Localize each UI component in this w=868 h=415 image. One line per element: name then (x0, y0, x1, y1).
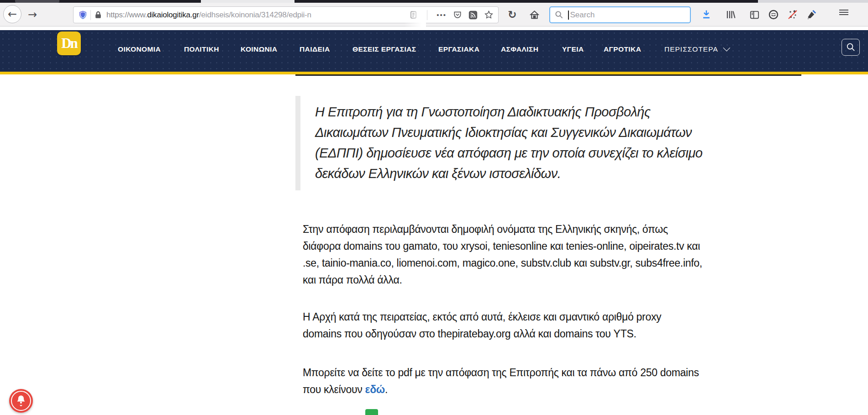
nav-item-ygeia[interactable]: ΥΓΕΙΑ (562, 45, 584, 53)
lock-icon[interactable] (94, 11, 103, 20)
url-scheme: https://www. (106, 11, 147, 19)
url-fade (404, 11, 426, 26)
edo-link[interactable]: εδώ (365, 383, 385, 395)
library-button[interactable] (722, 7, 739, 22)
search-box[interactable] (549, 6, 691, 23)
notification-bell-button[interactable] (9, 389, 33, 413)
chevron-down-icon (723, 44, 730, 52)
nav-search-button[interactable] (842, 39, 860, 56)
sidebars-button[interactable] (746, 7, 763, 22)
bell-ring (11, 391, 31, 411)
embed-tile (365, 409, 378, 415)
library-icon (725, 9, 736, 20)
eyedropper-button[interactable] (803, 7, 819, 22)
urlbar-divider (90, 10, 91, 20)
nav-item-oikonomia[interactable]: ΟΙΚΟΝΟΜΙΑ (118, 45, 161, 53)
site-logo[interactable]: Dn (57, 32, 81, 55)
nav-item-ergasiaka[interactable]: ΕΡΓΑΣΙΑΚΑ (438, 45, 479, 53)
url-domain: dikaiologitika.gr (147, 11, 199, 19)
rss-icon[interactable] (468, 11, 478, 20)
browser-toolbar: ← → https://www.dikaiologitika.gr/eidhse… (0, 3, 868, 26)
paragraph-line: που κλείνουν εδώ. (303, 383, 388, 395)
back-button[interactable]: ← (3, 5, 21, 23)
article-paragraph: Στην απόφαση περιλαμβάνονται δημοφιλή ον… (303, 221, 800, 289)
home-icon (529, 10, 540, 20)
url-bar[interactable]: https://www.dikaiologitika.gr/eidhseis/k… (73, 6, 499, 23)
nav-item-asfalisi[interactable]: ΑΣΦΑΛΙΣΗ (501, 45, 538, 53)
page-actions-icon[interactable]: ••• (437, 11, 447, 19)
reload-icon: ↻ (508, 9, 516, 21)
article-paragraph: Μπορείτε να δείτε το pdf με την απόφαση … (303, 364, 800, 398)
forward-icon: → (28, 8, 37, 21)
nav-more-label: ΠΕΡΙΣΣΟΤΕΡΑ (664, 45, 718, 53)
dots-slash-icon (787, 9, 798, 20)
back-icon: ← (8, 8, 17, 21)
article-top-rule (295, 74, 801, 76)
sidebar-icon (749, 10, 760, 20)
text-caret (568, 11, 569, 20)
pocket-icon[interactable] (453, 11, 462, 20)
extension-stamp-button[interactable] (765, 7, 782, 22)
nav-item-politiki[interactable]: ΠΟΛΙΤΙΚΗ (184, 45, 219, 53)
paragraph-line: Μπορείτε να δείτε το pdf με την απόφαση … (303, 367, 699, 378)
urlbar-divider (427, 10, 427, 20)
hamburger-icon (839, 10, 848, 11)
nav-item-theseis-ergasias[interactable]: ΘΕΣΕΙΣ ΕΡΓΑΣΙΑΣ (352, 45, 416, 53)
reload-button[interactable]: ↻ (504, 7, 521, 22)
stamp-badge-icon (768, 9, 779, 20)
nav-search-icon (846, 42, 856, 52)
nav-item-agrotika[interactable]: ΑΓΡΟΤΙΚΑ (604, 45, 641, 53)
nav-item-paideia[interactable]: ΠΑΙΔΕΙΑ (300, 45, 330, 53)
home-button[interactable] (526, 7, 542, 22)
search-icon (555, 11, 563, 19)
article-blockquote: Η Επιτροπή για τη Γνωστοποίηση Διαδικτυα… (295, 96, 802, 190)
site-navbar: Dn ΟΙΚΟΝΟΜΙΑ ΠΟΛΙΤΙΚΗ ΚΟΙΝΩΝΙΑ ΠΑΙΔΕΙΑ Θ… (0, 30, 868, 72)
download-icon (701, 9, 711, 20)
forward-button[interactable]: → (25, 8, 40, 21)
url-path: /eidhseis/koinonia/314298/edpii-n (199, 11, 311, 19)
eyedropper-icon (806, 10, 816, 20)
nav-item-koinonia[interactable]: ΚΟΙΝΩΝΙΑ (241, 45, 277, 53)
menu-button[interactable] (839, 8, 853, 21)
extension-blocker-button[interactable] (784, 7, 801, 22)
downloads-button[interactable] (699, 7, 714, 22)
search-input[interactable] (570, 11, 686, 20)
bookmark-star-icon[interactable] (484, 10, 494, 20)
tracking-protection-shield-icon[interactable] (78, 10, 88, 20)
article-paragraph: Η Αρχή κατά της πειρατείας, εκτός από αυ… (303, 309, 800, 342)
site-logo-text: Dn (61, 35, 77, 52)
url-text[interactable]: https://www.dikaiologitika.gr/eidhseis/k… (106, 11, 311, 20)
nav-item-more[interactable]: ΠΕΡΙΣΣΟΤΕΡΑ (664, 45, 728, 53)
